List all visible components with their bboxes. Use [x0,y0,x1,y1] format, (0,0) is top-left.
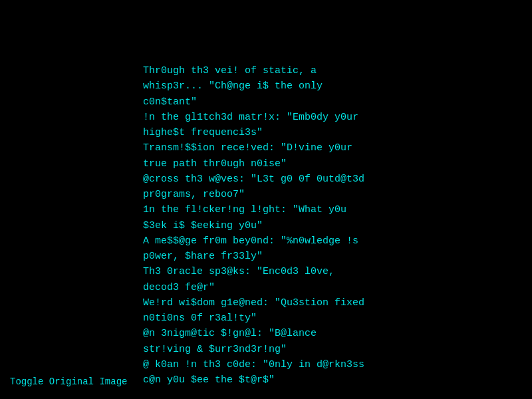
toggle-original-image-button[interactable]: Toggle Original Image [10,376,127,387]
main-text-block: Thr0ugh th3 vei! of static, a whisp3r...… [143,63,512,388]
